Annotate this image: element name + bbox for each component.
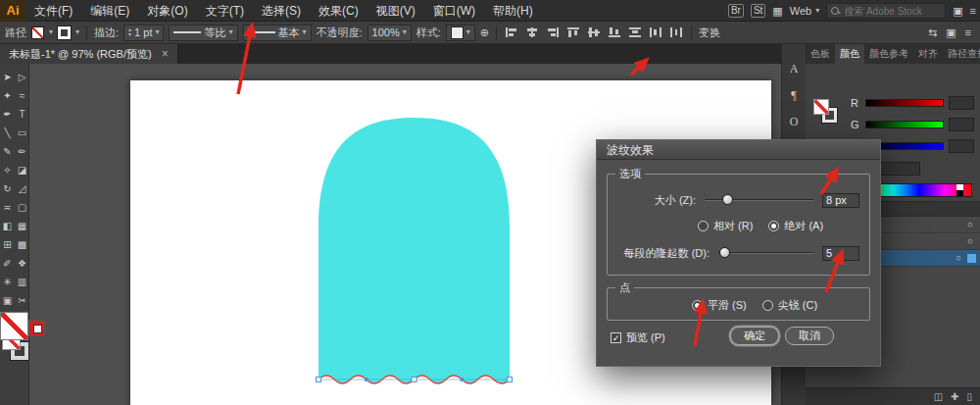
panel-menu-icon[interactable]: ≡ bbox=[970, 5, 976, 17]
search-input[interactable] bbox=[844, 6, 938, 17]
absolute-radio[interactable] bbox=[768, 221, 779, 231]
align-top-icon[interactable] bbox=[565, 26, 581, 38]
fill-none-swatch[interactable] bbox=[0, 312, 28, 340]
document-tab[interactable]: 未标题-1* @ 97% (RGB/预览) × bbox=[0, 44, 178, 64]
tool-perspective-grid[interactable]: ▦ bbox=[15, 217, 29, 235]
smooth-radio[interactable] bbox=[692, 300, 703, 311]
dock-panels-icon[interactable]: ▣ bbox=[953, 5, 962, 18]
make-mask-icon[interactable]: ◫ bbox=[934, 391, 943, 402]
tool-pencil[interactable]: ✏ bbox=[15, 142, 29, 161]
swap-icon[interactable]: ⇆ bbox=[928, 26, 937, 39]
app-logo[interactable]: Ai bbox=[0, 0, 25, 22]
tool-width[interactable]: ≍ bbox=[0, 198, 15, 217]
tab-color[interactable]: 颜色 bbox=[835, 44, 864, 64]
control-menu-icon[interactable]: ≡ bbox=[965, 26, 971, 38]
target-icon[interactable]: ○ bbox=[964, 220, 976, 229]
size-slider[interactable] bbox=[705, 199, 813, 201]
r-value-field[interactable] bbox=[949, 96, 974, 110]
bridge-button[interactable]: Br bbox=[728, 4, 744, 18]
tool-magic-wand[interactable]: ✦ bbox=[0, 86, 15, 105]
preview-checkbox[interactable]: ✓ bbox=[611, 332, 621, 343]
fill-proxy[interactable] bbox=[813, 99, 829, 115]
size-slider-thumb[interactable] bbox=[722, 194, 733, 205]
tool-line-segment[interactable]: ╲ bbox=[0, 124, 15, 142]
tool-graph[interactable]: ▥ bbox=[15, 273, 29, 291]
menu-select[interactable]: 选择(S) bbox=[253, 0, 310, 22]
workspace-switcher[interactable]: Web ▾ bbox=[790, 5, 819, 17]
tool-artboard[interactable]: ▣ bbox=[0, 291, 15, 310]
menu-object[interactable]: 对象(O) bbox=[138, 0, 196, 22]
tool-scale[interactable]: ◿ bbox=[15, 179, 29, 198]
character-panel-icon[interactable]: A bbox=[784, 60, 804, 77]
absolute-label[interactable]: 绝对 (A) bbox=[784, 219, 823, 233]
menu-window[interactable]: 窗口(W) bbox=[424, 0, 484, 22]
stepper-arrows-icon[interactable]: ▴▾ bbox=[128, 27, 131, 37]
ridges-slider-thumb[interactable] bbox=[719, 247, 730, 258]
g-value-field[interactable] bbox=[949, 118, 974, 131]
panel-options-icon[interactable]: ▣ bbox=[946, 26, 956, 39]
distribute-h-icon[interactable] bbox=[648, 26, 663, 38]
relative-label[interactable]: 相对 (R) bbox=[713, 219, 753, 233]
distribute-spacing-icon[interactable] bbox=[668, 26, 684, 38]
align-v-center-icon[interactable] bbox=[586, 26, 602, 38]
stroke-swatch[interactable] bbox=[58, 26, 71, 39]
ridges-field[interactable] bbox=[822, 246, 859, 261]
relative-radio[interactable] bbox=[698, 221, 709, 231]
menu-view[interactable]: 视图(V) bbox=[368, 0, 424, 22]
width-profile-dropdown[interactable]: 等比 ▾ bbox=[169, 25, 237, 41]
tool-eraser[interactable]: ◪ bbox=[15, 161, 29, 179]
r-slider[interactable] bbox=[865, 99, 944, 107]
cancel-button[interactable]: 取消 bbox=[785, 327, 834, 345]
chevron-down-icon[interactable]: ▾ bbox=[228, 28, 232, 36]
tool-mesh[interactable]: ⊞ bbox=[0, 235, 15, 254]
chevron-down-icon[interactable]: ▾ bbox=[403, 28, 407, 36]
dialog-title[interactable]: 波纹效果 bbox=[597, 140, 880, 160]
size-field[interactable] bbox=[822, 193, 859, 208]
style-dropdown[interactable]: ▾ bbox=[446, 25, 475, 41]
chevron-down-icon[interactable]: ▾ bbox=[155, 28, 159, 36]
stroke-color-swatch[interactable] bbox=[28, 320, 45, 336]
brush-definition-dropdown[interactable]: 基本 ▾ bbox=[243, 25, 312, 41]
close-icon[interactable]: × bbox=[162, 47, 169, 61]
black-chip[interactable] bbox=[956, 190, 963, 196]
tab-swatches[interactable]: 色板 bbox=[806, 44, 835, 64]
preview-label[interactable]: 预览 (P) bbox=[626, 330, 665, 345]
menu-edit[interactable]: 编辑(E) bbox=[81, 0, 138, 22]
target-icon[interactable]: ○ bbox=[953, 253, 964, 263]
tab-color-guide[interactable]: 颜色参考 bbox=[864, 44, 913, 64]
tool-symbol-sprayer[interactable]: ✳ bbox=[0, 273, 15, 291]
stroke-caret-icon[interactable]: ▾ bbox=[75, 28, 79, 36]
opentype-panel-icon[interactable]: O bbox=[784, 113, 804, 130]
align-h-center-icon[interactable] bbox=[524, 26, 540, 38]
tool-slice[interactable]: ✂ bbox=[15, 291, 29, 310]
corner-radio[interactable] bbox=[762, 300, 773, 311]
dome-shape[interactable] bbox=[318, 118, 510, 383]
tool-paintbrush[interactable]: ✎ bbox=[0, 142, 15, 161]
ok-button[interactable]: 确定 bbox=[730, 327, 779, 345]
transform-link[interactable]: 变换 bbox=[699, 25, 720, 40]
align-bottom-icon[interactable] bbox=[607, 26, 622, 38]
smooth-label[interactable]: 平滑 (S) bbox=[708, 298, 747, 313]
b-value-field[interactable] bbox=[949, 139, 974, 153]
opacity-dropdown[interactable]: 100% ▾ bbox=[368, 25, 412, 41]
tool-type[interactable]: T bbox=[15, 105, 29, 124]
tool-eyedropper[interactable]: ✐ bbox=[0, 254, 15, 273]
tool-lasso[interactable]: ≈ bbox=[15, 86, 29, 105]
tool-free-transform[interactable]: ▢ bbox=[15, 198, 29, 217]
paragraph-panel-icon[interactable]: ¶ bbox=[784, 86, 804, 104]
stroke-weight-stepper[interactable]: ▴▾ 1 pt ▾ bbox=[123, 25, 164, 41]
corner-label[interactable]: 尖锐 (C) bbox=[778, 298, 817, 313]
align-left-icon[interactable] bbox=[504, 26, 519, 38]
chevron-down-icon[interactable]: ▾ bbox=[466, 28, 470, 36]
arrange-documents-icon[interactable]: ▦ bbox=[772, 5, 782, 18]
fill-swatch[interactable] bbox=[31, 26, 44, 39]
color-fill-stroke-indicator[interactable] bbox=[813, 99, 841, 127]
chevron-down-icon[interactable]: ▾ bbox=[303, 28, 307, 36]
tool-blend[interactable]: ❖ bbox=[15, 254, 29, 273]
fill-caret-icon[interactable]: ▾ bbox=[49, 28, 53, 36]
new-layer-icon[interactable]: ✚ bbox=[951, 391, 958, 402]
tab-align[interactable]: 对齐 bbox=[913, 44, 943, 64]
tool-pen[interactable]: ✒ bbox=[0, 105, 15, 124]
target-icon[interactable]: ○ bbox=[964, 236, 976, 246]
menu-effect[interactable]: 效果(C) bbox=[310, 0, 368, 22]
